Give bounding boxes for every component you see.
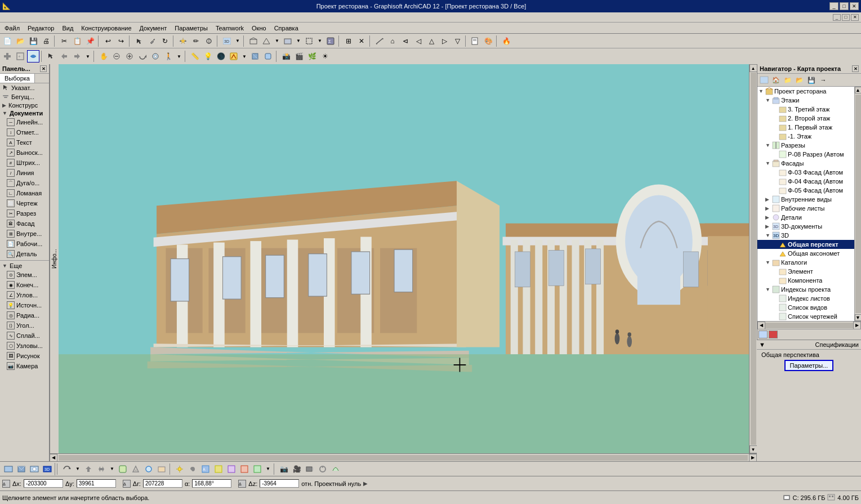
vt-render-arrow[interactable]: ▼ [264,463,272,475]
swatch-blue[interactable] [759,331,768,338]
tree-scroll-down[interactable]: ▼ [855,314,862,321]
menu-document[interactable]: Документ [136,24,171,32]
tree-project-index[interactable]: ▼ Индексы проекта [757,285,854,294]
effect2-btn[interactable] [262,50,274,63]
measure-btn[interactable] [373,35,386,47]
tool3[interactable] [282,35,294,47]
tree-drawing-list[interactable]: Список чертежей [757,312,854,321]
tool7[interactable]: ✕ [355,35,368,47]
vt-btn2[interactable] [15,463,28,475]
swatch-red[interactable] [769,331,778,338]
magic-wand-tool[interactable] [177,35,189,47]
render-btn[interactable] [227,50,240,63]
select-btn[interactable] [45,50,57,63]
tree-floor3[interactable]: 3. Третий этаж [757,105,854,114]
tree-vscroll[interactable]: ▲ ▼ [854,87,861,321]
nav-up[interactable]: △ [425,35,438,47]
item-drawing[interactable]: ⬜ Чертеж [0,198,49,208]
vt-cam4[interactable] [316,463,329,475]
save-button[interactable]: 💾 [27,35,39,47]
item-mark[interactable]: ↕ Отмет... [0,127,49,137]
shadow-btn[interactable]: 🌑 [215,50,227,63]
doc-minimize-button[interactable]: _ [833,14,841,21]
tree-section-r08[interactable]: Р-08 Разрез (Автом [757,150,854,159]
vt-orbit[interactable] [61,463,73,475]
nav-hscroll[interactable]: ◀ ▶ [757,321,861,329]
item-facade[interactable]: 🏛 Фасад [0,218,49,229]
vt-btn4[interactable]: 3D [41,463,53,475]
tool4-arrow[interactable]: ▼ [316,35,324,47]
dz-value[interactable]: -3964 [260,479,299,488]
item-corner[interactable]: ∠ Углов... [0,290,49,300]
print-button[interactable]: 🖨 [40,35,52,47]
env-btn[interactable]: 🌿 [306,50,318,63]
vt-nav-arrow[interactable]: ▼ [108,463,116,475]
nav-hscroll-track[interactable] [765,323,853,328]
pen-tool[interactable]: ✏ [190,35,202,47]
item-source[interactable]: 💡 Источн... [0,300,49,310]
tree-floors[interactable]: ▼ Этажи [757,96,854,105]
spin-btn[interactable] [27,50,39,63]
zoom-plus[interactable] [123,50,136,63]
item-worksheet[interactable]: 📄 Рабочи... [0,239,49,249]
tree-scroll-thumb[interactable] [855,95,861,313]
vt-btn1[interactable] [2,463,15,475]
canvas-hscroll[interactable]: ◀ ▶ [50,453,757,461]
copy-button[interactable]: 📋 [71,35,83,47]
vt-render1[interactable]: A [199,463,212,475]
section-run[interactable]: Бегущ... [0,92,49,101]
section-pointer[interactable]: Указат... [0,83,49,92]
eyedrop-tool[interactable] [146,35,158,47]
spec-current-view[interactable]: Общая перспектива [759,351,859,359]
menu-params[interactable]: Параметры [171,24,211,32]
canvas-vscroll[interactable]: ▲ ▼ [749,64,757,453]
tree-catalogs[interactable]: ▼ Каталоги [757,258,854,267]
fly-btn[interactable] [149,50,162,63]
tool4[interactable] [303,35,315,47]
tool1[interactable] [247,35,260,47]
item-angle[interactable]: ⟨⟩ Угол... [0,320,49,331]
adjust-tool[interactable] [203,35,215,47]
nav-home-btn[interactable]: 🏠 [770,75,782,85]
item-text[interactable]: A Текст [0,137,49,148]
nav-save-btn[interactable]: 💾 [806,75,817,85]
tree-floor-1[interactable]: -1. Этаж [757,132,854,141]
nav-left[interactable]: ◁ [412,35,425,47]
vt-cam3[interactable] [304,463,316,475]
vt-shadow[interactable] [186,463,199,475]
maximize-button[interactable]: □ [840,2,849,10]
item-callout[interactable]: ↗ Выноск... [0,148,49,158]
item-hatch[interactable]: # Штрих... [0,158,49,168]
menu-window[interactable]: Окно [248,24,270,32]
vscroll-track[interactable] [751,73,756,445]
orbit-btn[interactable] [136,50,149,63]
vt-tool3[interactable] [142,463,155,475]
vt-sun[interactable] [173,463,186,475]
pointer-tool[interactable] [133,35,145,47]
dr-value[interactable]: 207228 [143,479,182,488]
vt-nav1[interactable] [82,463,95,475]
tool3-arrow[interactable]: ▼ [295,35,302,47]
measure2-btn[interactable]: 📏 [189,50,201,63]
item-section[interactable]: ✂ Разрез [0,208,49,218]
tree-scroll-up[interactable]: ▲ [855,87,862,93]
item-line[interactable]: / Линия [0,168,49,178]
tree-floor1[interactable]: 1. Первый этаж [757,123,854,132]
view-sheet[interactable] [469,35,481,47]
tree-floor2[interactable]: 2. Второй этаж [757,114,854,123]
item-linear[interactable]: ─ Линейн... [0,117,49,127]
zoom-rect-btn[interactable]: + [14,50,26,63]
hscroll-right-btn[interactable]: ▶ [749,454,757,462]
item-picture[interactable]: 🖼 Рисунок [0,351,49,361]
item-arc[interactable]: ⌒ Дуга/о... [0,178,49,188]
tree-details[interactable]: ▶ Детали [757,213,854,222]
item-elem[interactable]: ⊙ Элем... [0,270,49,280]
open-button[interactable]: 📂 [14,35,26,47]
cut-button[interactable]: ✂ [58,35,70,47]
vt-tool4[interactable] [155,463,168,475]
tree-view-list[interactable]: Список видов [757,303,854,312]
item-radial[interactable]: ◎ Радиа... [0,310,49,320]
tree-3ddocs[interactable]: ▶ 3D 3D-документы [757,222,854,231]
effect1-btn[interactable] [249,50,261,63]
doc-restore-button[interactable]: □ [842,14,850,21]
